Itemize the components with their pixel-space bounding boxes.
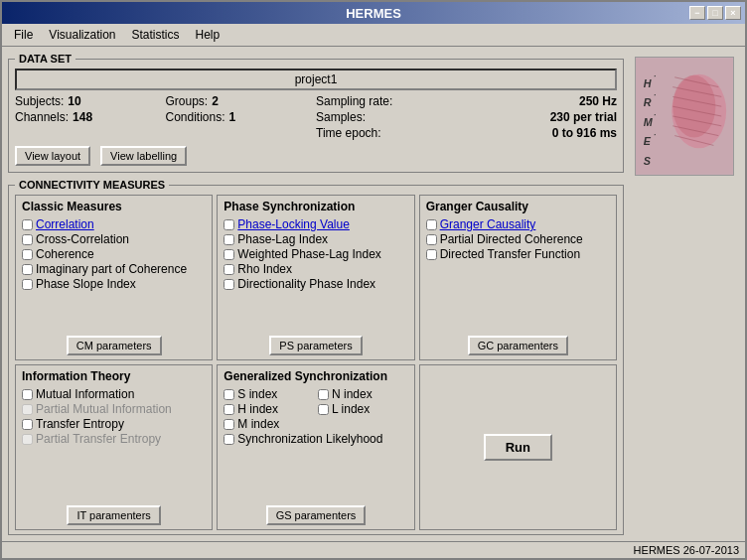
classic-item-4[interactable]: Phase Slope Index <box>22 277 206 291</box>
phase-sync-item-3[interactable]: Rho Index <box>224 262 407 276</box>
svg-text:E: E <box>644 135 652 147</box>
info-theory-item-3[interactable]: Partial Transfer Entropy <box>22 432 206 446</box>
it-parameters-button[interactable]: IT paramenters <box>67 505 160 525</box>
hermes-logo: H · R · M · E · S <box>635 57 734 176</box>
menu-bar: File Visualization Statistics Help <box>2 24 745 47</box>
gen-sync-item-3[interactable]: L index <box>318 402 408 416</box>
time-epoch-label: Time epoch: <box>316 126 381 140</box>
conditions-label: Conditions: <box>166 110 225 124</box>
info-theory-item-1[interactable]: Partial Mutual Information <box>22 402 206 416</box>
granger-title: Granger Causality <box>426 200 610 213</box>
info-theory-box: Information Theory Mutual Information Pa… <box>15 364 213 530</box>
classic-check-3[interactable] <box>22 264 33 275</box>
svg-text:·: · <box>654 88 657 100</box>
run-button[interactable]: Run <box>484 434 552 461</box>
connectivity-grid: Classic Measures Correlation Cross-Corre… <box>15 195 617 530</box>
info-col-2: Groups: 2 Conditions: 1 <box>166 94 317 140</box>
gen-sync-check-2[interactable] <box>224 404 234 415</box>
classic-item-0[interactable]: Correlation <box>22 217 206 231</box>
info-theory-check-3[interactable] <box>22 434 33 445</box>
phase-sync-check-2[interactable] <box>224 249 234 260</box>
menu-help[interactable]: Help <box>188 26 228 44</box>
granger-check-2[interactable] <box>426 249 437 260</box>
info-theory-item-0[interactable]: Mutual Information <box>22 387 206 401</box>
info-theory-title: Information Theory <box>22 369 206 383</box>
gen-sync-item-2[interactable]: H index <box>224 402 314 416</box>
info-theory-check-0[interactable] <box>22 389 33 400</box>
svg-text:H: H <box>644 77 652 89</box>
phase-sync-check-1[interactable] <box>224 234 234 245</box>
phase-sync-check-0[interactable] <box>224 219 234 230</box>
gen-sync-check-3[interactable] <box>318 404 329 415</box>
dataset-buttons: View layout View labelling <box>15 146 617 166</box>
gen-sync-item-5[interactable]: Synchronization Likelyhood <box>224 432 407 446</box>
gen-sync-item-4[interactable]: M index <box>224 417 314 431</box>
title-bar-controls: − □ × <box>689 6 741 20</box>
phase-sync-item-4[interactable]: Directionality Phase Index <box>224 277 407 291</box>
gen-sync-check-5[interactable] <box>224 434 234 445</box>
classic-check-4[interactable] <box>22 279 33 290</box>
close-button[interactable]: × <box>725 6 741 20</box>
gen-sync-check-1[interactable] <box>318 389 329 400</box>
ps-parameters-button[interactable]: PS parameters <box>269 336 362 355</box>
minimize-button[interactable]: − <box>689 6 705 20</box>
gen-sync-item-1[interactable]: N index <box>318 387 408 401</box>
info-theory-check-2[interactable] <box>22 419 33 430</box>
status-text: HERMES 26-07-2013 <box>634 544 739 556</box>
main-window: HERMES − □ × File Visualization Statisti… <box>0 0 747 560</box>
view-labelling-button[interactable]: View labelling <box>100 146 187 166</box>
phase-sync-check-3[interactable] <box>224 264 234 275</box>
sampling-rate-value: 250 Hz <box>579 94 617 108</box>
granger-item-1[interactable]: Partial Directed Coherence <box>426 232 610 246</box>
subjects-value: 10 <box>68 94 80 108</box>
svg-text:·: · <box>654 128 657 140</box>
granger-box: Granger Causality Granger Causality Part… <box>419 195 617 360</box>
samples-value: 230 per trial <box>550 110 617 124</box>
granger-item-2[interactable]: Directed Transfer Function <box>426 247 610 261</box>
granger-check-0[interactable] <box>426 219 437 230</box>
subjects-label: Subjects: <box>15 94 64 108</box>
gen-sync-items: S index N index H index <box>224 387 407 431</box>
classic-item-2[interactable]: Coherence <box>22 247 206 261</box>
dataset-info: Subjects: 10 Channels: 148 Groups: 2 <box>15 94 617 140</box>
gs-parameters-button[interactable]: GS paramenters <box>266 505 367 525</box>
cm-parameters-button[interactable]: CM parameters <box>67 336 162 355</box>
classic-item-3[interactable]: Imaginary part of Coherence <box>22 262 206 276</box>
time-epoch-value: 0 to 916 ms <box>552 126 617 140</box>
gen-sync-item-0[interactable]: S index <box>224 387 314 401</box>
channels-label: Channels: <box>15 110 69 124</box>
granger-item-0[interactable]: Granger Causality <box>426 217 610 231</box>
subjects-row: Subjects: 10 <box>15 94 166 108</box>
right-panel: H · R · M · E · S <box>630 53 739 535</box>
phase-sync-item-0[interactable]: Phase-Locking Value <box>224 217 407 231</box>
phase-sync-check-4[interactable] <box>224 279 234 290</box>
svg-text:S: S <box>644 155 652 167</box>
gc-parameters-button[interactable]: GC paramenters <box>468 336 568 355</box>
gen-sync-check-4[interactable] <box>224 419 234 430</box>
info-theory-check-1[interactable] <box>22 404 33 415</box>
window-title: HERMES <box>346 6 401 21</box>
info-col-1: Subjects: 10 Channels: 148 <box>15 94 166 140</box>
classic-check-2[interactable] <box>22 249 33 260</box>
menu-visualization[interactable]: Visualization <box>41 26 123 44</box>
classic-title: Classic Measures <box>22 200 206 213</box>
menu-file[interactable]: File <box>6 26 41 44</box>
classic-check-0[interactable] <box>22 219 33 230</box>
maximize-button[interactable]: □ <box>707 6 723 20</box>
menu-statistics[interactable]: Statistics <box>124 26 188 44</box>
phase-sync-item-2[interactable]: Weighted Phase-Lag Index <box>224 247 407 261</box>
classic-item-1[interactable]: Cross-Correlation <box>22 232 206 246</box>
channels-value: 148 <box>73 110 92 124</box>
sampling-rate-label: Sampling rate: <box>316 94 392 108</box>
phase-sync-title: Phase Synchronization <box>224 200 407 213</box>
gen-sync-check-0[interactable] <box>224 389 234 400</box>
granger-check-1[interactable] <box>426 234 437 245</box>
info-theory-item-2[interactable]: Transfer Entropy <box>22 417 206 431</box>
channels-row: Channels: 148 <box>15 110 166 124</box>
phase-sync-item-1[interactable]: Phase-Lag Index <box>224 232 407 246</box>
content-area: DATA SET project1 Subjects: 10 Channels:… <box>2 47 745 541</box>
samples-row: Samples: 230 per trial <box>316 110 617 124</box>
classic-check-1[interactable] <box>22 234 33 245</box>
groups-label: Groups: <box>166 94 209 108</box>
view-layout-button[interactable]: View layout <box>15 146 90 166</box>
